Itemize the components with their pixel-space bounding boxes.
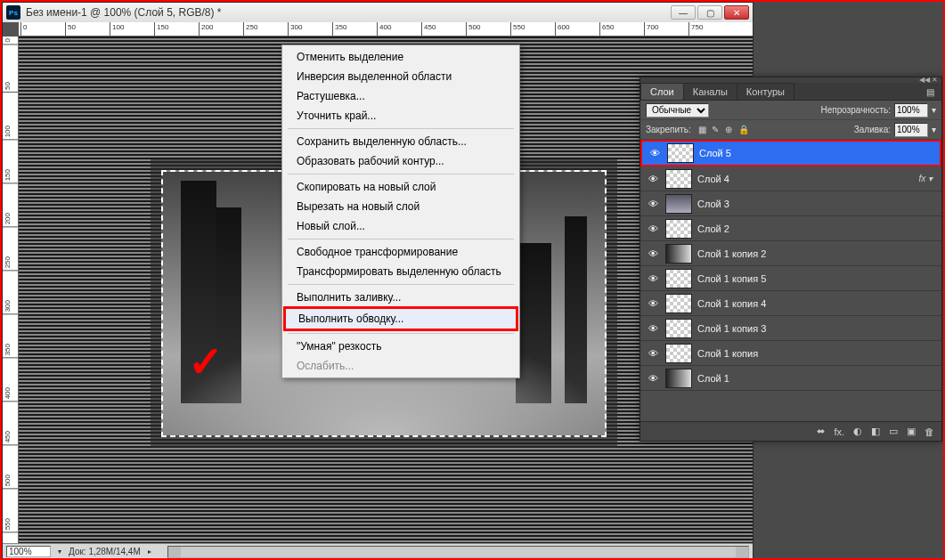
fx-badge[interactable]: fx ▾ <box>918 174 933 183</box>
chevron-down-icon[interactable]: ▾ <box>58 548 61 556</box>
panel-footer: ⬌fx.◐◧▭▣🗑 <box>640 421 941 441</box>
titlebar[interactable]: Ps Без имени-1 @ 100% (Слой 5, RGB/8) * … <box>3 3 753 22</box>
annotation-checkmark: ✓ <box>188 337 224 386</box>
ruler-tick: 400 <box>377 22 393 36</box>
panel-footer-icon[interactable]: ▭ <box>889 426 898 437</box>
chevron-right-icon[interactable]: ▸ <box>148 548 151 556</box>
layer-item[interactable]: 👁Слой 1 копия 5 <box>640 266 941 291</box>
panel-footer-icon[interactable]: fx. <box>834 426 844 437</box>
menu-item[interactable]: Выполнить заливку... <box>284 288 517 307</box>
tab-paths[interactable]: Контуры <box>737 83 794 100</box>
layer-item[interactable]: 👁Слой 1 копия 3 <box>640 316 941 341</box>
layer-item[interactable]: 👁Слой 1 копия <box>640 341 941 366</box>
ruler-tick: 550 <box>3 516 18 532</box>
layer-item[interactable]: 👁Слой 1 <box>640 366 941 391</box>
layer-name: Слой 1 копия 4 <box>697 298 766 309</box>
layer-item[interactable]: 👁Слой 4fx ▾ <box>640 166 941 191</box>
blend-mode-row: Обычные Непрозрачность: ▾ <box>640 101 941 120</box>
opacity-input[interactable] <box>894 103 928 118</box>
chevron-down-icon[interactable]: ▾ <box>932 125 936 134</box>
document-info: Док: 1,28M/14,4M <box>69 547 141 556</box>
ruler-tick: 0 <box>20 22 29 36</box>
menu-item[interactable]: "Умная" резкость <box>284 337 517 356</box>
status-bar: 100% ▾ Док: 1,28M/14,4M ▸ <box>3 543 753 559</box>
menu-separator <box>288 284 514 285</box>
lock-label: Закрепить: <box>646 125 691 134</box>
menu-item[interactable]: Сохранить выделенную область... <box>284 132 517 151</box>
layer-name: Слой 2 <box>697 223 729 234</box>
maximize-button[interactable]: ▢ <box>697 5 722 20</box>
layer-name: Слой 1 копия <box>697 348 758 359</box>
ruler-tick: 100 <box>3 124 18 140</box>
visibility-eye-icon[interactable]: 👁 <box>646 298 660 309</box>
layer-thumbnail <box>665 344 692 363</box>
panel-footer-icon[interactable]: ◧ <box>871 426 880 437</box>
ruler-tick: 550 <box>510 22 526 36</box>
visibility-eye-icon[interactable]: 👁 <box>648 148 662 158</box>
menu-item[interactable]: Трансформировать выделенную область <box>284 262 517 281</box>
window-title: Без имени-1 @ 100% (Слой 5, RGB/8) * <box>26 6 222 19</box>
menu-item[interactable]: Выполнить обводку... <box>283 306 518 331</box>
menu-item[interactable]: Инверсия выделенной области <box>284 67 517 86</box>
fill-input[interactable] <box>894 123 928 137</box>
panel-menu-icon[interactable]: ▤ <box>919 85 941 100</box>
layer-name: Слой 3 <box>697 199 729 209</box>
horizontal-scrollbar[interactable] <box>167 546 749 558</box>
menu-item[interactable]: Растушевка... <box>284 86 517 106</box>
layer-item[interactable]: 👁Слой 1 копия 2 <box>640 241 941 266</box>
tab-channels[interactable]: Каналы <box>683 83 737 100</box>
visibility-eye-icon[interactable]: 👁 <box>646 348 660 359</box>
lock-row: Закрепить: ▦ ✎ ⊕ 🔒 Заливка: ▾ <box>640 120 941 140</box>
panel-footer-icon[interactable]: ◐ <box>853 426 862 437</box>
lock-icons[interactable]: ▦ ✎ ⊕ 🔒 <box>698 125 751 134</box>
minimize-button[interactable]: — <box>671 5 696 20</box>
zoom-level[interactable]: 100% <box>6 546 51 557</box>
ruler-tick: 300 <box>3 298 18 314</box>
layer-item[interactable]: 👁Слой 3 <box>640 191 941 216</box>
horizontal-ruler: 0501001502002503003504004505005506006507… <box>19 22 753 37</box>
menu-separator <box>288 333 514 334</box>
layer-thumbnail <box>665 319 692 338</box>
ruler-tick: 750 <box>688 22 705 36</box>
ruler-tick: 200 <box>3 211 18 227</box>
layer-item[interactable]: 👁Слой 1 копия 4 <box>640 291 941 316</box>
visibility-eye-icon[interactable]: 👁 <box>646 199 660 209</box>
visibility-eye-icon[interactable]: 👁 <box>646 223 660 234</box>
layer-thumbnail <box>667 143 694 163</box>
menu-item[interactable]: Свободное трансформирование <box>284 242 517 262</box>
panel-footer-icon[interactable]: ⬌ <box>817 426 825 437</box>
menu-item[interactable]: Скопировать на новый слой <box>284 177 517 197</box>
context-menu[interactable]: Отменить выделениеИнверсия выделенной об… <box>281 45 520 378</box>
ruler-tick: 250 <box>243 22 259 36</box>
menu-item[interactable]: Отменить выделение <box>284 47 517 67</box>
panel-footer-icon[interactable]: ▣ <box>907 426 916 437</box>
ruler-tick: 400 <box>3 386 18 402</box>
close-button[interactable]: ✕ <box>724 5 749 20</box>
ruler-tick: 600 <box>555 22 571 36</box>
layers-panel[interactable]: ◀◀ ✕ Слои Каналы Контуры ▤ Обычные Непро… <box>640 77 942 442</box>
layer-name: Слой 1 копия 3 <box>697 323 766 334</box>
ruler-tick: 500 <box>3 473 18 489</box>
layer-item[interactable]: 👁Слой 2 <box>640 216 941 241</box>
blend-mode-select[interactable]: Обычные <box>646 103 709 118</box>
panel-footer-icon[interactable]: 🗑 <box>925 426 934 437</box>
ruler-tick: 350 <box>3 342 18 358</box>
visibility-eye-icon[interactable]: 👁 <box>646 248 660 259</box>
opacity-label: Непрозрачность: <box>820 105 891 115</box>
tab-layers[interactable]: Слои <box>640 83 684 100</box>
layer-thumbnail <box>665 294 692 313</box>
ruler-tick: 650 <box>599 22 615 36</box>
menu-item[interactable]: Образовать рабочий контур... <box>284 151 517 171</box>
menu-item[interactable]: Уточнить край... <box>284 106 517 126</box>
visibility-eye-icon[interactable]: 👁 <box>646 273 660 284</box>
ruler-tick: 500 <box>466 22 482 36</box>
menu-item[interactable]: Новый слой... <box>284 216 517 236</box>
chevron-down-icon[interactable]: ▾ <box>932 105 936 115</box>
visibility-eye-icon[interactable]: 👁 <box>646 174 660 184</box>
layer-item[interactable]: 👁Слой 5 <box>640 140 941 166</box>
visibility-eye-icon[interactable]: 👁 <box>646 373 660 384</box>
ruler-tick: 150 <box>3 167 18 183</box>
visibility-eye-icon[interactable]: 👁 <box>646 323 660 334</box>
layers-list[interactable]: 👁Слой 5👁Слой 4fx ▾👁Слой 3👁Слой 2👁Слой 1 … <box>640 140 941 421</box>
menu-item[interactable]: Вырезать на новый слой <box>284 197 517 216</box>
